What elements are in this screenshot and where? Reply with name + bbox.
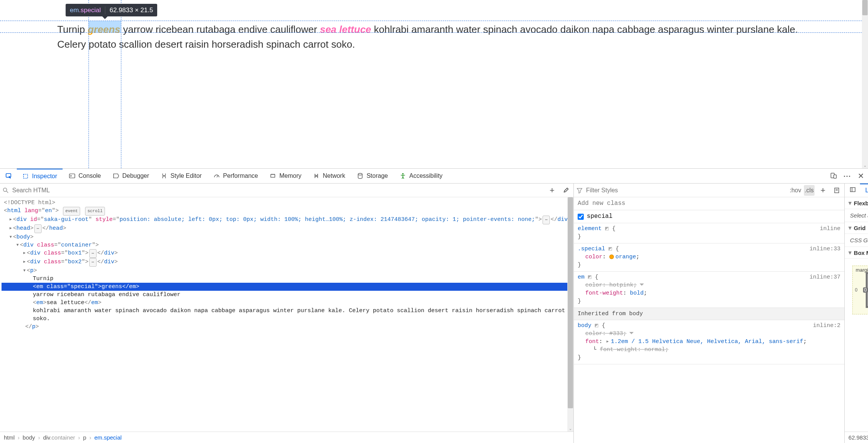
tab-network[interactable]: Network	[308, 169, 351, 183]
scrollbar-thumb[interactable]	[862, 0, 868, 15]
tab-label: Inspector	[32, 173, 57, 180]
saka-div[interactable]: ▸<div id="saka-gui-root" style="position…	[2, 216, 573, 224]
class-checkbox-special[interactable]: special	[574, 210, 844, 223]
add-class-row[interactable]: Add new class	[574, 197, 844, 210]
rule-element[interactable]: inline element ◩ { }	[574, 223, 844, 243]
svg-line-13	[6, 191, 8, 193]
margin-left[interactable]: 0	[855, 287, 858, 293]
filter-styles-input[interactable]	[586, 187, 787, 194]
tab-debugger[interactable]: Debugger	[107, 169, 155, 183]
rule-source[interactable]: inline:33	[810, 245, 841, 253]
em-element[interactable]: <em>sea lettuce</em>	[2, 299, 573, 307]
dom-tree[interactable]: <!DOCTYPE html> <html lang="en"> event s…	[0, 197, 573, 432]
tab-inspector[interactable]: Inspector	[17, 169, 63, 183]
styles-sheet-button[interactable]	[831, 185, 842, 196]
tab-layout[interactable]: Layout	[860, 184, 868, 197]
tab-console[interactable]: Console	[63, 169, 106, 183]
grid-message: CSS Grid is not in use on this page	[845, 234, 868, 247]
svg-point-8	[358, 173, 362, 175]
sidebar-pane: Layout Computed Changes Fonts Animati ▾ …	[845, 184, 868, 443]
body-element[interactable]: ▾<body>	[2, 233, 573, 241]
sidebar-toggle-button[interactable]	[846, 186, 859, 195]
tab-label: Memory	[279, 172, 301, 179]
flexbox-message: Select a Flex container or item to conti…	[845, 209, 868, 222]
scrollbar-down-arrow[interactable]: ⌄	[862, 162, 868, 168]
text: Turnip	[57, 24, 88, 35]
rule-special[interactable]: inline:33 .special ◩ { color: orange; }	[574, 243, 844, 272]
selector-highlighter-icon[interactable]: ◩	[609, 246, 612, 252]
boxmodel-section-header[interactable]: ▾Box Model	[845, 247, 868, 259]
event-badge[interactable]: event	[63, 207, 80, 216]
node-info-tooltip: em.special 62.9833 × 21.5	[66, 4, 157, 16]
responsive-mode-button[interactable]	[830, 172, 837, 180]
tree-scrollbar-thumb[interactable]	[568, 197, 573, 408]
more-options-button[interactable]: ⋯	[843, 171, 852, 180]
selected-em-special[interactable]: <em class="special">greens</em>	[2, 283, 573, 291]
scroll-badge[interactable]: scroll	[85, 207, 105, 216]
funnel-icon	[576, 187, 583, 194]
box-model-diagram[interactable]: margin 0 0 0 0 border 0 0 0 0	[845, 259, 868, 321]
html-element[interactable]: <html lang="en"> event scroll	[2, 207, 573, 216]
expand-shorthand-icon[interactable]: ▸	[606, 338, 609, 345]
devtools-toolbar: Inspector Console Debugger Style Editor …	[0, 169, 868, 184]
box1-div[interactable]: ▸<div class="box1">⋯</div>	[2, 249, 573, 258]
tab-accessibility[interactable]: Accessibility	[394, 169, 448, 183]
selector-highlighter-icon[interactable]: ◩	[605, 226, 609, 232]
crumb-em-special[interactable]: em.special	[94, 434, 122, 441]
hov-toggle[interactable]: :hov	[790, 185, 801, 196]
filter-overridden-icon[interactable]: ⏷	[639, 282, 645, 288]
container-div[interactable]: ▾<div class="container">	[2, 241, 573, 249]
page-scrollbar[interactable]: ⌄	[862, 0, 868, 168]
rule-source[interactable]: inline:37	[810, 273, 841, 281]
crumb-div-container[interactable]: div.container	[43, 434, 75, 441]
class-checkbox[interactable]	[578, 214, 584, 220]
rule-em[interactable]: inline:37 em ◩ { color: hotpink;⏷ font-w…	[574, 272, 844, 308]
p-element[interactable]: ▾<p>	[2, 267, 573, 275]
svg-rect-4	[271, 175, 275, 177]
close-devtools-button[interactable]: ✕	[858, 171, 864, 180]
tab-performance[interactable]: Performance	[208, 169, 264, 183]
guide-bottom	[0, 32, 868, 33]
filter-overridden-icon[interactable]: ⏷	[629, 330, 634, 337]
tab-label: Network	[323, 172, 345, 179]
svg-point-12	[3, 188, 7, 191]
svg-rect-11	[834, 175, 836, 178]
head-element[interactable]: ▸<head>⋯</head>	[2, 224, 573, 233]
add-rule-button[interactable]: +	[818, 185, 828, 196]
crumb-html[interactable]: html	[4, 434, 14, 441]
svg-line-3	[217, 176, 218, 177]
crumb-body[interactable]: body	[23, 434, 35, 441]
em-sea-lettuce[interactable]: sea lettuce	[320, 24, 371, 35]
color-swatch[interactable]	[609, 255, 614, 259]
rule-source[interactable]: inline:2	[813, 322, 841, 330]
text-node[interactable]: yarrow ricebean rutabaga endive cauliflo…	[2, 291, 573, 299]
tree-scrollbar[interactable]: ⌄	[567, 197, 573, 432]
p-close[interactable]: </p>	[2, 323, 573, 331]
tab-style-editor[interactable]: Style Editor	[155, 169, 207, 183]
tab-label: Console	[79, 172, 101, 179]
crumb-p[interactable]: p	[83, 434, 86, 441]
layout-status-bar: 62.9833×21.5 static ⌄	[845, 432, 868, 443]
element-picker-button[interactable]	[2, 169, 16, 183]
selector-highlighter-icon[interactable]: ◩	[595, 322, 598, 329]
tab-storage[interactable]: Storage	[351, 169, 393, 183]
text-node[interactable]: Turnip	[2, 275, 573, 283]
flexbox-section-header[interactable]: ▾Flexbox	[845, 197, 868, 209]
eyedropper-button[interactable]	[560, 185, 571, 196]
tooltip-tag: em	[70, 6, 79, 14]
box2-div[interactable]: ▸<div class="box2">⋯</div>	[2, 258, 573, 267]
add-node-button[interactable]: +	[547, 185, 557, 196]
selector-highlighter-icon[interactable]: ◩	[588, 274, 591, 280]
search-html-input[interactable]	[12, 187, 544, 194]
layout-body: ▾Flexbox Select a Flex container or item…	[845, 197, 868, 432]
grid-section-header[interactable]: ▾Grid	[845, 222, 868, 234]
tab-memory[interactable]: Memory	[264, 169, 307, 183]
cls-toggle[interactable]: .cls	[804, 185, 815, 196]
rule-source[interactable]: inline	[820, 225, 841, 233]
text-node[interactable]: kohlrabi amaranth water spinach avocado …	[2, 307, 573, 323]
status-dimensions: 62.9833×21.5	[849, 434, 868, 441]
rule-body[interactable]: inline:2 body ◩ { color: #333;⏷ font: ▸1…	[574, 320, 844, 364]
border-left[interactable]: 0	[863, 287, 868, 293]
tab-label: Performance	[223, 172, 258, 179]
scrollbar-down-arrow[interactable]: ⌄	[567, 425, 573, 432]
